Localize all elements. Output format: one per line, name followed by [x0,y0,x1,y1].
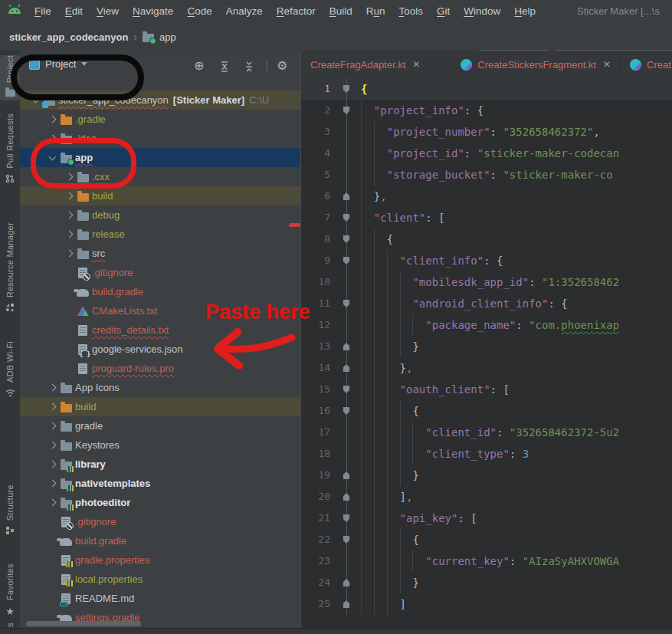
fold-gutter[interactable] [336,207,356,228]
menu-git[interactable]: Git [430,0,457,23]
chevron-right-icon[interactable] [46,481,58,486]
menu-build[interactable]: Build [323,0,359,23]
breadcrumb-project[interactable]: sticker_app_codecanyon [9,31,128,43]
tool-window-button-resource-manager[interactable]: Resource Manager [0,222,20,315]
fold-gutter[interactable] [336,100,356,121]
fold-gutter[interactable] [336,228,356,250]
fold-gutter[interactable] [336,465,356,486]
tree-item-proguard-rules-pro[interactable]: proguard-rules.pro [20,359,300,378]
fold-gutter[interactable] [336,336,356,357]
tree-item-photoeditor[interactable]: photoeditor [20,493,300,512]
chevron-right-icon[interactable] [46,136,58,141]
menu-help[interactable]: Help [507,0,543,23]
chevron-down-icon[interactable] [29,99,41,102]
horizontal-scrollbar[interactable] [26,621,141,626]
tree-item-readme-md[interactable]: README.md [20,589,300,608]
tree-item-app-icons[interactable]: App Icons [20,378,300,397]
line-number: 14 [301,357,336,379]
close-icon[interactable]: ✕ [412,59,420,70]
menu-run[interactable]: Run [359,0,392,23]
tree-item-nativetemplates[interactable]: nativetemplates [20,474,300,493]
tree-item--idea[interactable]: .idea [20,129,300,148]
code-line-7: 7"client": [ [301,207,672,228]
chevron-right-icon[interactable] [46,462,58,467]
chevron-right-icon[interactable] [46,404,58,409]
fold-gutter[interactable] [336,486,356,508]
chevron-right-icon[interactable] [46,117,58,122]
chevron-right-icon[interactable] [63,174,75,179]
tree-item-credits-details-txt[interactable]: credits_details.txt [20,320,300,340]
tree-item-google-services-json[interactable]: google-services.json [20,340,300,359]
fold-gutter[interactable] [336,508,356,529]
editor-tab-creat[interactable]: Creat [621,51,672,78]
line-number: 1 [301,78,336,100]
fold-gutter[interactable] [336,400,356,422]
chevron-right-icon[interactable] [63,251,75,256]
collapse-all-button[interactable] [244,61,254,75]
tree-item-build[interactable]: build [20,186,300,205]
tree-item-local-properties[interactable]: local.properties [20,570,300,589]
tool-window-button-structure[interactable]: Structure [0,485,20,538]
fold-gutter[interactable] [336,357,356,379]
chevron-right-icon[interactable] [46,500,58,505]
gear-icon[interactable]: ⚙ [277,60,287,72]
chevron-right-icon[interactable] [63,212,75,218]
tree-item-debug[interactable]: debug [20,205,300,225]
code-editor[interactable]: 1{2"project_info": {3"project_number": "… [301,78,672,615]
tree-item-gradle[interactable]: gradle [20,416,300,435]
chevron-down-icon[interactable] [46,156,58,159]
menu-navigate[interactable]: Navigate [126,0,180,23]
tree-item-keystores[interactable]: Keystores [20,435,300,455]
editor-tab-createstickersfragment-kt[interactable]: CreateStickersFragment.kt✕ [451,51,621,78]
fold-gutter[interactable] [336,293,356,314]
tree-item-gradle-properties[interactable]: gradle.properties [20,550,300,570]
fold-gutter[interactable] [336,186,356,207]
tool-window-button-pull-requests[interactable]: Pull Requests [0,113,20,186]
tree-item-release[interactable]: release [20,225,300,244]
chevron-right-icon[interactable] [46,442,58,448]
project-view-label: Project [45,58,76,70]
code-line-24: 24} [301,572,672,593]
tree-item-library[interactable]: library [20,455,300,474]
menu-analyze[interactable]: Analyze [219,0,270,23]
fold-gutter[interactable] [336,529,356,550]
tool-window-button-favorites[interactable]: Favorites★ [0,563,20,618]
chevron-right-icon[interactable] [63,193,75,199]
editor-area[interactable]: CreateFragAdapter.kt✕CreateStickersFragm… [300,51,672,634]
tree-item-sticker-app-codecanyon[interactable]: sticker_app_codecanyon[Sticker Maker]C:\… [20,90,300,110]
fold-gutter[interactable] [336,572,356,593]
tree-item-cmakelists-txt[interactable]: CMakeLists.txt [20,301,300,320]
chevron-right-icon[interactable] [46,423,58,429]
close-icon[interactable]: ✕ [603,59,611,70]
tree-item--gitignore[interactable]: .gitignore [20,263,300,282]
fold-gutter[interactable] [336,250,356,271]
fold-gutter[interactable] [336,593,356,615]
menu-tools[interactable]: Tools [392,0,431,23]
menu-code[interactable]: Code [180,0,218,23]
tree-item--gradle[interactable]: .gradle [20,110,300,129]
project-view-select[interactable]: Project [29,58,87,70]
code-line-8: 8{ [301,228,672,250]
editor-tab-createfragadapter-kt[interactable]: CreateFragAdapter.kt✕ [301,51,430,78]
locate-file-button[interactable]: ⊕ [194,60,204,72]
tree-item-build-gradle[interactable]: build.gradle [20,531,300,550]
menu-window[interactable]: Window [457,0,507,23]
menu-view[interactable]: View [90,0,126,23]
breadcrumb-module[interactable]: app [159,31,176,43]
expand-all-button[interactable] [219,61,230,75]
tool-window-button-adb-wi-fi[interactable]: ADB Wi-Fi [0,341,20,400]
fold-gutter[interactable] [336,379,356,400]
tree-item-build-gradle[interactable]: build.gradle [20,282,300,301]
menu-edit[interactable]: Edit [58,0,90,23]
tree-item--gitignore[interactable]: .gitignore [20,512,300,531]
menu-refactor[interactable]: Refactor [270,0,323,23]
tree-item--cxx[interactable]: .cxx [20,167,300,186]
tree-item-src[interactable]: src [20,244,300,263]
tree-item-app[interactable]: app [20,148,300,167]
chevron-right-icon[interactable] [46,385,58,390]
tool-window-button-project[interactable]: Project [0,55,20,100]
fold-gutter[interactable] [336,78,356,100]
menu-file[interactable]: File [28,0,58,23]
tree-item-build[interactable]: build [20,397,300,416]
chevron-right-icon[interactable] [63,232,75,237]
